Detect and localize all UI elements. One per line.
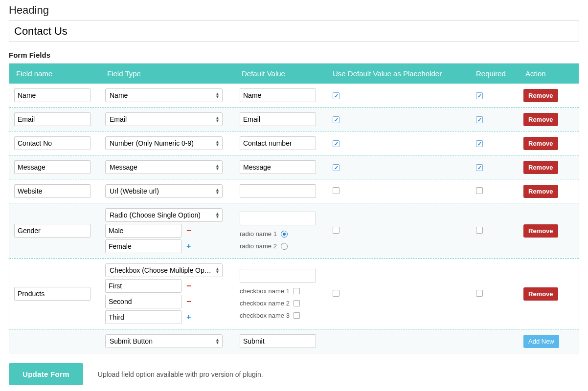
table-row-radio: Radio (Choose Single Option)▲▼ − + radio…	[9, 203, 579, 258]
checkbox-preview-label: checkbox name 2	[240, 300, 290, 307]
fields-table: Field name Field Type Default Value Use …	[9, 63, 579, 353]
remove-button[interactable]: Remove	[523, 89, 558, 102]
remove-button[interactable]: Remove	[523, 137, 558, 150]
placeholder-checkbox[interactable]: ✓	[333, 116, 339, 123]
option-input[interactable]	[105, 310, 181, 324]
option-input[interactable]	[105, 279, 181, 293]
field-type-select[interactable]: Radio (Choose Single Option)	[105, 208, 223, 222]
field-name-input[interactable]	[14, 184, 90, 198]
table-row: Name▲▼ ✓ ✓ Remove	[9, 84, 579, 107]
th-required: Required	[471, 64, 520, 84]
field-type-select[interactable]: Message	[105, 160, 223, 174]
heading-label: Heading	[9, 4, 579, 17]
field-name-input[interactable]	[14, 287, 90, 301]
placeholder-checkbox[interactable]	[333, 187, 339, 194]
field-type-select[interactable]: Checkbox (Choose Multiple Options)	[105, 263, 223, 277]
default-value-input[interactable]	[240, 112, 316, 126]
default-value-input[interactable]	[240, 269, 316, 282]
radio-preview-label: radio name 2	[240, 242, 277, 250]
footer-note: Upload field option available with pro v…	[98, 370, 263, 378]
minus-icon[interactable]: −	[186, 282, 192, 290]
checkbox-preview[interactable]	[294, 288, 300, 294]
field-type-select[interactable]: Url (Website url)	[105, 184, 223, 198]
update-form-button[interactable]: Update Form	[9, 363, 83, 385]
checkbox-preview-label: checkbox name 3	[240, 312, 290, 319]
th-action: Action	[520, 64, 579, 84]
required-checkbox[interactable]: ✓	[476, 140, 483, 147]
form-fields-label: Form Fields	[9, 51, 579, 59]
table-row: Url (Website url)▲▼ Remove	[9, 179, 579, 203]
field-name-input[interactable]	[14, 160, 90, 174]
checkbox-preview-label: checkbox name 1	[240, 287, 290, 295]
table-row: Email▲▼ ✓ ✓ Remove	[9, 107, 579, 131]
field-type-select[interactable]: Number (Only Numeric 0-9)	[105, 136, 223, 150]
checkbox-preview[interactable]	[294, 300, 300, 306]
minus-icon[interactable]: −	[186, 226, 192, 235]
th-placeholder: Use Default Value as Placeholder	[328, 64, 471, 84]
required-checkbox[interactable]: ✓	[476, 92, 483, 99]
heading-input[interactable]	[9, 21, 579, 42]
default-value-input[interactable]	[240, 334, 316, 348]
checkbox-preview[interactable]	[294, 312, 300, 319]
plus-icon[interactable]: +	[186, 313, 191, 321]
default-value-input[interactable]	[240, 212, 316, 225]
placeholder-checkbox[interactable]	[333, 227, 339, 234]
default-value-input[interactable]	[240, 160, 316, 174]
required-checkbox[interactable]: ✓	[476, 164, 483, 171]
add-new-button[interactable]: Add New	[523, 335, 559, 348]
th-type: Field Type	[102, 64, 237, 84]
remove-button[interactable]: Remove	[523, 161, 558, 174]
table-row: Message▲▼ ✓ ✓ Remove	[9, 155, 579, 179]
default-value-input[interactable]	[240, 184, 316, 198]
table-row-submit: Submit Button▲▼ Add New	[9, 329, 579, 353]
default-value-input[interactable]	[240, 88, 316, 102]
remove-button[interactable]: Remove	[523, 287, 558, 301]
radio-preview[interactable]	[281, 243, 288, 250]
remove-button[interactable]: Remove	[523, 185, 558, 198]
placeholder-checkbox[interactable]: ✓	[333, 140, 339, 147]
required-checkbox[interactable]	[476, 187, 483, 194]
placeholder-checkbox[interactable]: ✓	[333, 92, 339, 99]
field-name-input[interactable]	[14, 136, 90, 150]
required-checkbox[interactable]	[476, 227, 483, 234]
field-type-select[interactable]: Email	[105, 112, 223, 126]
field-type-select[interactable]: Submit Button	[105, 334, 223, 348]
placeholder-checkbox[interactable]: ✓	[333, 164, 339, 171]
option-input[interactable]	[105, 224, 181, 238]
field-type-select[interactable]: Name	[105, 88, 223, 102]
radio-preview-label: radio name 1	[240, 230, 277, 238]
minus-icon[interactable]: −	[186, 297, 192, 306]
required-checkbox[interactable]: ✓	[476, 116, 483, 123]
remove-button[interactable]: Remove	[523, 113, 558, 126]
field-name-input[interactable]	[14, 112, 90, 126]
placeholder-checkbox[interactable]	[333, 290, 339, 297]
required-checkbox[interactable]	[476, 290, 483, 297]
remove-button[interactable]: Remove	[523, 224, 558, 238]
table-row-checkbox: Checkbox (Choose Multiple Options)▲▼ − −…	[9, 258, 579, 329]
field-name-input[interactable]	[14, 224, 90, 238]
table-header: Field name Field Type Default Value Use …	[9, 64, 579, 84]
th-name: Field name	[9, 64, 102, 84]
plus-icon[interactable]: +	[186, 242, 191, 250]
th-default: Default Value	[237, 64, 328, 84]
footer: Update Form Upload field option availabl…	[9, 363, 579, 385]
option-input[interactable]	[105, 239, 181, 253]
default-value-input[interactable]	[240, 136, 316, 150]
field-name-input[interactable]	[14, 88, 90, 102]
radio-preview[interactable]	[281, 231, 288, 238]
option-input[interactable]	[105, 295, 181, 308]
table-row: Number (Only Numeric 0-9)▲▼ ✓ ✓ Remove	[9, 131, 579, 155]
